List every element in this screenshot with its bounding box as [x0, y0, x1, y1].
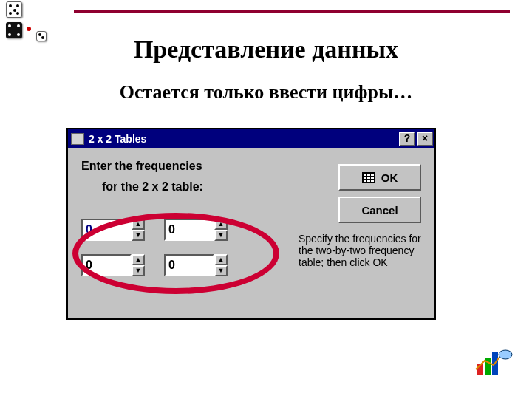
ok-label: OK — [381, 171, 398, 184]
header-rule — [74, 10, 510, 13]
tables-dialog: 2 x 2 Tables ? × Enter the frequencies f… — [66, 128, 436, 320]
spin-up-r2c2[interactable]: ▲ — [214, 254, 228, 265]
grid-icon — [362, 172, 375, 183]
freq-input-r2c1[interactable] — [81, 254, 132, 276]
graph-decoration — [473, 347, 516, 383]
freq-input-r1c2[interactable] — [164, 219, 214, 241]
freq-cell-r2c2: ▲ ▼ — [164, 254, 228, 276]
dialog-title: 2 x 2 Tables — [89, 133, 146, 145]
hint-text: Specify the frequencies for the two-by-t… — [299, 233, 424, 268]
help-button[interactable]: ? — [399, 132, 415, 146]
cancel-label: Cancel — [361, 204, 398, 216]
dialog-titlebar[interactable]: 2 x 2 Tables ? × — [68, 129, 434, 148]
spin-down-r1c1[interactable]: ▼ — [132, 230, 145, 241]
ok-button[interactable]: OK — [338, 164, 421, 191]
freq-input-r2c2[interactable] — [164, 254, 214, 276]
freq-input-r1c1[interactable] — [81, 219, 132, 241]
spin-up-r2c1[interactable]: ▲ — [132, 254, 145, 265]
spin-down-r2c1[interactable]: ▼ — [132, 265, 145, 276]
svg-point-3 — [499, 350, 512, 359]
freq-cell-r1c2: ▲ ▼ — [164, 219, 228, 241]
spin-up-r1c2[interactable]: ▲ — [214, 219, 228, 230]
freq-cell-r2c1: ▲ ▼ — [81, 254, 145, 276]
spin-down-r2c2[interactable]: ▼ — [214, 265, 228, 276]
spin-down-r1c2[interactable]: ▼ — [214, 230, 228, 241]
cancel-button[interactable]: Cancel — [338, 197, 421, 223]
page-subtitle: Остается только ввести цифры… — [0, 81, 532, 103]
close-button[interactable]: × — [417, 132, 433, 146]
page-title: Представление данных — [0, 35, 532, 64]
freq-cell-r1c1: ▲ ▼ — [81, 219, 145, 241]
system-menu-icon[interactable] — [71, 133, 84, 145]
spin-up-r1c1[interactable]: ▲ — [132, 219, 145, 230]
